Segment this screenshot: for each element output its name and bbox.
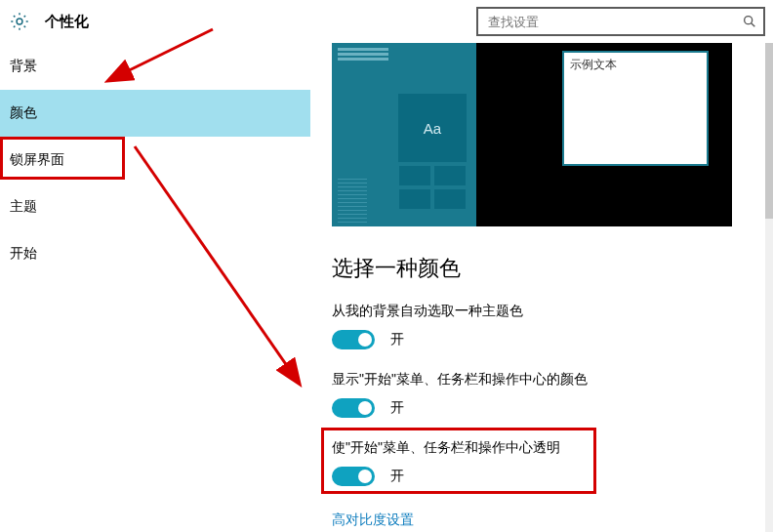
svg-line-4: [109, 29, 213, 80]
annotation-arrows: [0, 0, 773, 532]
svg-line-5: [135, 146, 299, 383]
